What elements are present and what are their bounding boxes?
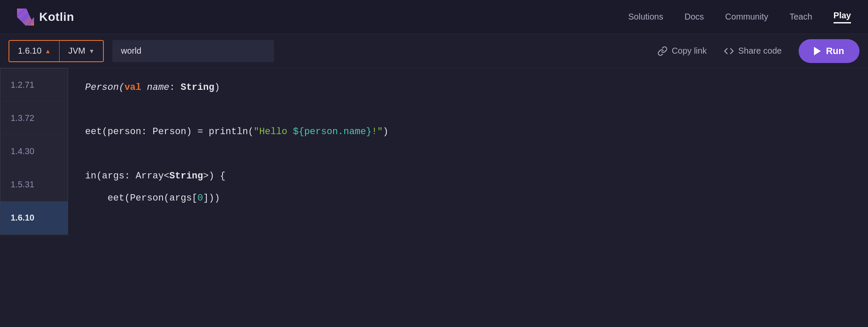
- kotlin-logo-icon: [17, 9, 34, 26]
- version-value: 1.6.10: [18, 46, 42, 56]
- platform-button[interactable]: JVM ▼: [60, 41, 103, 61]
- run-button[interactable]: Run: [799, 39, 859, 63]
- version-arrow-icon: ▲: [45, 48, 51, 54]
- nav-docs[interactable]: Docs: [685, 12, 704, 22]
- version-selector: 1.6.10 ▲ JVM ▼: [9, 40, 104, 62]
- play-icon: [814, 47, 821, 55]
- version-button[interactable]: 1.6.10 ▲: [9, 41, 60, 61]
- nav-community[interactable]: Community: [725, 12, 768, 22]
- version-item-1610[interactable]: 1.6.10: [0, 201, 68, 235]
- code-icon: [724, 46, 734, 56]
- logo-text: Kotlin: [39, 10, 74, 24]
- navbar: Kotlin Solutions Docs Community Teach Pl…: [0, 0, 868, 34]
- editor-area: 1.2.71 1.3.72 1.4.30 1.5.31 1.6.10 Perso…: [0, 68, 868, 327]
- share-code-label: Share code: [738, 46, 782, 56]
- code-line-4: [85, 143, 851, 165]
- copy-link-label: Copy link: [672, 46, 707, 56]
- nav-teach[interactable]: Teach: [789, 12, 812, 22]
- copy-link-button[interactable]: Copy link: [653, 46, 711, 56]
- code-line-3: eet(person: Person) = println( "Hello ${…: [85, 121, 851, 143]
- code-line-2: [85, 99, 851, 121]
- platform-value: JVM: [68, 46, 85, 56]
- version-item-1372[interactable]: 1.3.72: [0, 102, 68, 135]
- platform-arrow-icon: ▼: [89, 48, 94, 54]
- nav-play[interactable]: Play: [834, 11, 851, 23]
- logo-area: Kotlin: [17, 9, 74, 26]
- version-item-1271[interactable]: 1.2.71: [0, 69, 68, 102]
- version-item-1531[interactable]: 1.5.31: [0, 168, 68, 201]
- filename-input[interactable]: [112, 40, 274, 62]
- code-line-5: in(args: Array< String >) {: [85, 165, 851, 187]
- code-line-6: eet(Person(args[ 0 ])): [85, 187, 851, 209]
- version-item-1430[interactable]: 1.4.30: [0, 135, 68, 168]
- version-dropdown: 1.2.71 1.3.72 1.4.30 1.5.31 1.6.10: [0, 68, 68, 235]
- code-editor[interactable]: Person( val name: String ) eet(person: P…: [68, 68, 868, 327]
- run-label: Run: [826, 46, 844, 57]
- link-icon: [657, 46, 668, 56]
- share-code-button[interactable]: Share code: [720, 46, 786, 56]
- toolbar: 1.6.10 ▲ JVM ▼ Copy link Share code Run: [0, 34, 868, 68]
- nav-solutions[interactable]: Solutions: [628, 12, 663, 22]
- nav-links: Solutions Docs Community Teach Play: [628, 11, 851, 23]
- code-line-1: Person( val name: String ): [85, 77, 851, 99]
